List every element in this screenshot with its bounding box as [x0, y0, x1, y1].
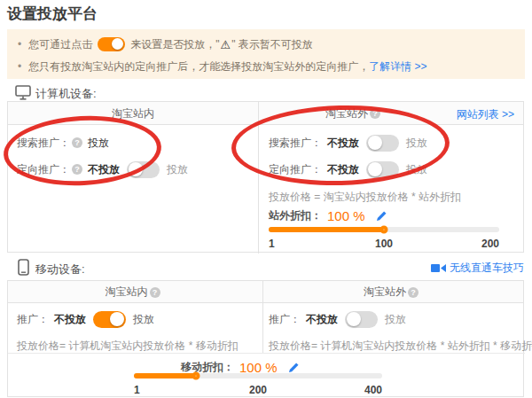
- promo-off-label: 不投放: [54, 312, 86, 327]
- computer-inside-targeted-toggle[interactable]: [127, 161, 160, 178]
- bullet-icon: •: [18, 38, 21, 51]
- targeted-off-label: 不投放: [327, 162, 359, 177]
- header-outside-label: 淘宝站外: [325, 106, 368, 121]
- search-promo-value: 投放: [88, 136, 109, 151]
- mobile-panel: 淘宝站内 ? 淘宝站外 ? 推广： 不投放 投放 推广： 不投放 投放 投放价格…: [7, 280, 524, 397]
- mobile-section-label: 移动设备:: [35, 261, 85, 277]
- toggle-knob: [368, 162, 382, 176]
- page-title: 设置投放平台: [7, 4, 98, 24]
- mobile-discount-slider[interactable]: [134, 373, 382, 378]
- website-list-link[interactable]: 网站列表 >>: [457, 107, 514, 122]
- notice-box: • 您可通过点击 来设置是否投放，" ⚠ " 表示暂不可投放 • 您只有投放淘宝…: [7, 29, 525, 79]
- computer-panel: 淘宝站内 淘宝站外 ? 网站列表 >> 搜索推广： ? 投放 定向推广： ? 不…: [7, 101, 524, 253]
- settings-page: 设置投放平台 • 您可通过点击 来设置是否投放，" ⚠ " 表示暂不可投放 • …: [0, 0, 532, 398]
- toggle-knob: [110, 312, 124, 326]
- mobile-outside-promo-toggle[interactable]: [345, 311, 378, 328]
- computer-header-inside: 淘宝站内: [8, 102, 258, 125]
- computer-outside-targeted-row: 定向推广： 不投放 投放: [269, 160, 427, 178]
- column-divider: [258, 102, 259, 254]
- promo-label: 推广：: [269, 312, 301, 327]
- computer-panel-header: 淘宝站内 淘宝站外 ? 网站列表 >>: [8, 102, 523, 125]
- targeted-promo-label: 定向推广：: [269, 162, 322, 177]
- slider-knob[interactable]: [380, 226, 388, 234]
- slider-tick-min: 1: [134, 384, 140, 396]
- notice-line1-post: " 表示暂不可投放: [231, 37, 313, 52]
- example-toggle[interactable]: [98, 37, 125, 51]
- computer-inside-targeted-row: 定向推广： ? 不投放 投放: [17, 160, 188, 178]
- header-outside-label: 淘宝站外: [364, 285, 406, 300]
- warning-icon: ⚠: [220, 38, 231, 51]
- promo-on-label: 投放: [385, 312, 406, 327]
- offsite-discount-slider[interactable]: [269, 227, 499, 232]
- help-icon[interactable]: ?: [72, 137, 82, 148]
- computer-header-outside: 淘宝站外 ?: [258, 102, 453, 125]
- slider-tick-min: 1: [269, 238, 275, 250]
- slider-knob[interactable]: [192, 372, 200, 380]
- bullet-icon: •: [18, 60, 21, 73]
- targeted-on-label: 投放: [406, 162, 427, 177]
- help-icon[interactable]: ?: [150, 287, 160, 298]
- mobile-outside-promo-row: 推广： 不投放 投放: [262, 310, 406, 328]
- search-promo-label: 搜索推广：: [17, 136, 70, 151]
- notice-line-2: • 您只有投放淘宝站内的定向推广后，才能选择投放淘宝站外的定向推广， 了解详情 …: [18, 58, 427, 75]
- computer-outside-price-formula: 投放价格 = 淘宝站内投放价格 * 站外折扣: [269, 188, 461, 206]
- search-off-label: 不投放: [327, 136, 359, 151]
- offsite-discount-value: 100 %: [327, 208, 365, 223]
- edit-pencil-icon[interactable]: [288, 362, 300, 373]
- help-icon[interactable]: ?: [370, 108, 380, 119]
- mobile-inside-price-formula: 投放价格= 计算机淘宝站内投放价格 * 移动折扣: [17, 337, 239, 355]
- header-inside-label: 淘宝站内: [106, 285, 148, 300]
- computer-inside-search-row: 搜索推广： ? 投放: [17, 134, 109, 152]
- header-inside-label: 淘宝站内: [112, 106, 154, 121]
- notice-line1-mid: 来设置是否投放，": [130, 37, 219, 52]
- phone-icon: [18, 259, 29, 276]
- edit-pencil-icon[interactable]: [376, 210, 387, 222]
- computer-outside-search-toggle[interactable]: [366, 135, 399, 152]
- toggle-knob: [368, 136, 382, 150]
- mobile-inside-promo-toggle[interactable]: [93, 311, 126, 328]
- targeted-promo-label: 定向推广：: [17, 162, 70, 177]
- computer-section-label: 计算机设备:: [35, 86, 97, 102]
- slider-tick-max: 200: [481, 238, 499, 250]
- wireless-tips-link[interactable]: 无线直通车技巧: [431, 261, 524, 276]
- promo-on-label: 投放: [133, 312, 154, 327]
- slider-fill: [269, 227, 384, 232]
- search-on-label: 投放: [406, 136, 427, 151]
- video-camera-icon: [431, 263, 446, 273]
- computer-outside-search-row: 搜索推广： 不投放 投放: [269, 134, 427, 152]
- mobile-header-outside: 淘宝站外 ?: [262, 281, 525, 303]
- computer-icon: [15, 85, 31, 100]
- mobile-discount-label: 移动折扣：: [181, 360, 234, 375]
- mobile-panel-header: 淘宝站内 ? 淘宝站外 ?: [8, 281, 523, 303]
- wireless-tips-label: 无线直通车技巧: [450, 261, 524, 276]
- promo-label: 推广：: [17, 312, 49, 327]
- notice-line2-text: 您只有投放淘宝站内的定向推广后，才能选择投放淘宝站外的定向推广，: [28, 59, 369, 74]
- toggle-knob: [112, 38, 123, 50]
- targeted-off-label: 不投放: [88, 162, 120, 177]
- help-icon[interactable]: ?: [408, 287, 419, 298]
- slider-tick-max: 400: [364, 384, 382, 396]
- notice-line-1: • 您可通过点击 来设置是否投放，" ⚠ " 表示暂不可投放: [18, 35, 313, 53]
- slider-tick-mid: 100: [375, 238, 393, 250]
- mobile-discount-value: 100 %: [239, 360, 278, 375]
- mobile-header-inside: 淘宝站内 ?: [8, 281, 262, 303]
- slider-fill: [134, 373, 196, 378]
- divider-line: [8, 353, 525, 354]
- mobile-inside-promo-row: 推广： 不投放 投放: [17, 310, 154, 328]
- help-icon[interactable]: ?: [72, 164, 82, 175]
- slider-tick-mid: 200: [249, 384, 267, 396]
- toggle-knob: [129, 162, 143, 176]
- learn-more-link[interactable]: 了解详情 >>: [369, 59, 426, 74]
- toggle-knob: [347, 312, 361, 326]
- promo-off-label: 不投放: [306, 312, 338, 327]
- mobile-outside-price-formula: 投放价格= 计算机淘宝站内投放价格 * 站外折扣 * 移动折扣: [269, 337, 532, 355]
- targeted-on-label: 投放: [167, 162, 188, 177]
- computer-outside-targeted-toggle[interactable]: [366, 161, 399, 178]
- search-promo-label: 搜索推广：: [269, 136, 322, 151]
- offsite-discount-label: 站外折扣：: [269, 208, 322, 223]
- computer-outside-discount-row: 站外折扣： 100 %: [269, 206, 387, 225]
- notice-line1-pre: 您可通过点击: [28, 37, 92, 52]
